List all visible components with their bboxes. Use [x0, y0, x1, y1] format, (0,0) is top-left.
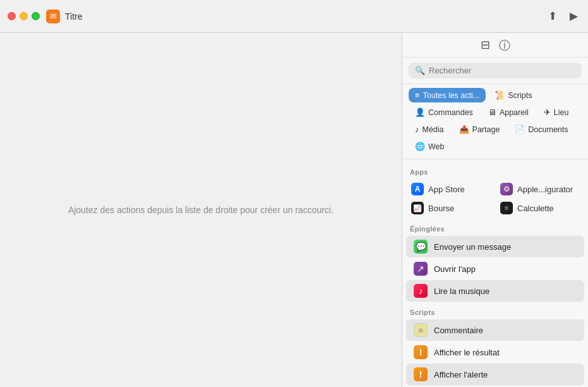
media-icon: ♪ — [415, 125, 419, 134]
list-item-afficher-resultat[interactable]: ! Afficher le résultat — [406, 341, 584, 363]
message-label: Envoyer un message — [434, 242, 511, 252]
minimize-button[interactable] — [20, 12, 28, 20]
list-item-ouvrir[interactable]: ↗ Ouvrir l'app — [406, 258, 584, 280]
pill-commandes-label: Commandes — [428, 108, 473, 117]
afficher-resultat-label: Afficher le résultat — [434, 348, 500, 357]
message-icon: 💬 — [414, 240, 428, 254]
grid-item-appstore[interactable]: A App Store — [406, 180, 495, 199]
sidebar-header: ⊟ ⓘ — [402, 33, 588, 58]
list-item-message[interactable]: 💬 Envoyer un message — [406, 236, 584, 257]
gallery-icon[interactable]: ⊟ — [481, 38, 490, 53]
section-label-scripts: Scripts — [402, 302, 588, 319]
titlebar: ✉ Titre ⬆ ▶ — [0, 0, 588, 33]
pill-scripts-label: Scripts — [508, 91, 532, 100]
share-button[interactable]: ⬆ — [548, 9, 557, 23]
pill-all[interactable]: ≡ Toutes les acti... — [409, 88, 486, 102]
traffic-lights — [8, 12, 40, 20]
pill-web-label: Web — [428, 142, 444, 151]
pill-all-label: Toutes les acti... — [423, 91, 480, 100]
pill-scripts[interactable]: 📜 Scripts — [488, 88, 538, 102]
info-icon[interactable]: ⓘ — [499, 38, 510, 53]
pill-appareil-label: Appareil — [500, 108, 529, 117]
afficher-resultat-icon: ! — [414, 345, 428, 359]
scripts-icon: 📜 — [495, 90, 505, 100]
calculette-label: Calculette — [517, 204, 554, 213]
web-icon: 🌐 — [415, 142, 425, 151]
pill-appareil[interactable]: 🖥 Appareil — [482, 105, 535, 120]
pill-lieu[interactable]: ✈ Lieu — [537, 105, 575, 120]
commentaire-label: Commentaire — [434, 326, 483, 335]
section-label-apps: Apps — [402, 162, 588, 178]
search-bar: 🔍 — [402, 58, 588, 84]
ouvrir-label: Ouvrir l'app — [434, 264, 476, 274]
main-content: Ajoutez des actions depuis la liste de d… — [0, 33, 588, 387]
section-label-epinglees: Épinglées — [402, 219, 588, 235]
search-input[interactable] — [429, 66, 575, 75]
sidebar: ⊟ ⓘ 🔍 ≡ Toutes les acti... 📜 Scripts 👤 C… — [402, 33, 588, 387]
titlebar-actions: ⬆ ▶ — [548, 9, 578, 23]
musique-label: Lire la musique — [434, 286, 489, 296]
commentaire-icon: ≡ — [414, 323, 428, 337]
list-icon: ≡ — [415, 90, 420, 100]
afficher-alerte-icon: ! — [414, 367, 428, 381]
partage-icon: 📤 — [459, 125, 469, 134]
afficher-alerte-label: Afficher l'alerte — [434, 370, 488, 379]
left-panel: Ajoutez des actions depuis la liste de d… — [0, 33, 402, 387]
divider-top — [402, 159, 588, 159]
configurator-icon: ⚙ — [500, 183, 513, 195]
pill-documents-label: Documents — [528, 125, 568, 134]
search-icon: 🔍 — [415, 66, 425, 75]
grid-item-configurator[interactable]: ⚙ Apple...igurator — [495, 180, 584, 199]
pill-media-label: Média — [423, 125, 444, 134]
apps-grid: A App Store ⚙ Apple...igurator 📈 Bourse — [402, 178, 588, 219]
bourse-icon: 📈 — [411, 202, 424, 214]
close-button[interactable] — [8, 12, 16, 20]
calculette-icon: = — [500, 202, 513, 214]
list-item-commentaire[interactable]: ≡ Commentaire — [406, 319, 584, 341]
pill-documents[interactable]: 📄 Documents — [508, 122, 574, 137]
pill-commandes[interactable]: 👤 Commandes — [409, 105, 479, 120]
grid-item-bourse[interactable]: 📈 Bourse — [406, 199, 495, 218]
category-pills: ≡ Toutes les acti... 📜 Scripts 👤 Command… — [402, 84, 588, 156]
ouvrir-icon: ↗ — [414, 262, 428, 276]
window-title: Titre — [65, 11, 82, 22]
pill-web[interactable]: 🌐 Web — [409, 139, 450, 154]
pill-partage[interactable]: 📤 Partage — [453, 122, 507, 137]
list-item-musique[interactable]: ♪ Lire la musique — [406, 280, 584, 302]
configurator-label: Apple...igurator — [517, 185, 573, 194]
musique-icon: ♪ — [414, 284, 428, 298]
commandes-icon: 👤 — [415, 108, 425, 117]
placeholder-text: Ajoutez des actions depuis la liste de d… — [68, 205, 333, 215]
search-input-container[interactable]: 🔍 — [409, 63, 582, 78]
grid-item-calculette[interactable]: = Calculette — [495, 199, 584, 218]
appareil-icon: 🖥 — [488, 108, 496, 117]
pill-media[interactable]: ♪ Média — [409, 122, 450, 137]
appstore-label: App Store — [428, 185, 465, 194]
app-icon: ✉ — [46, 9, 60, 23]
documents-icon: 📄 — [515, 125, 525, 134]
maximize-button[interactable] — [32, 12, 40, 20]
appstore-icon: A — [411, 183, 424, 195]
play-button[interactable]: ▶ — [570, 9, 578, 23]
pill-partage-label: Partage — [472, 125, 500, 134]
sidebar-content[interactable]: Apps A App Store ⚙ Apple...igurator � — [402, 162, 588, 387]
lieu-icon: ✈ — [544, 108, 551, 117]
bourse-label: Bourse — [428, 204, 454, 213]
pill-lieu-label: Lieu — [554, 108, 569, 117]
list-item-afficher-alerte[interactable]: ! Afficher l'alerte — [406, 364, 584, 385]
